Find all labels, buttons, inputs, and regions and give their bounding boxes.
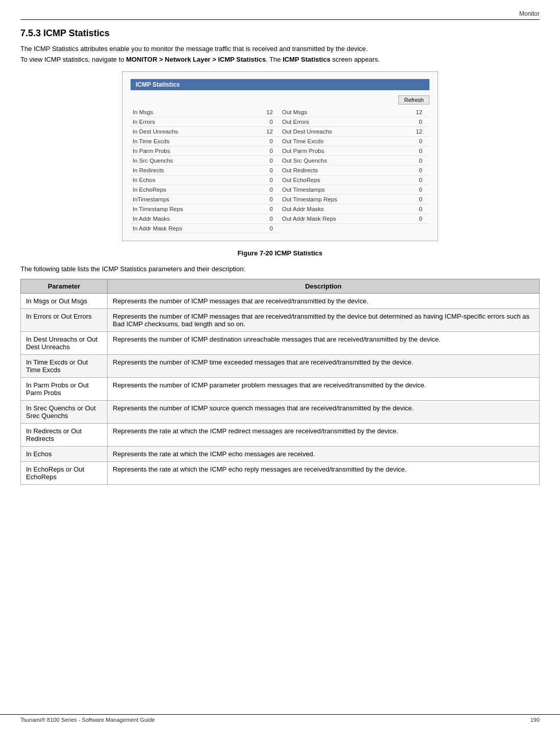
page-container: Monitor 7.5.3 ICMP Statistics The ICMP S… [0, 0, 560, 730]
param-cell: In Dest Unreachs or Out Dest Unreachs [21, 332, 108, 355]
page-footer: Tsunami® 8100 Series - Software Manageme… [0, 714, 560, 725]
refresh-button[interactable]: Refresh [398, 95, 429, 105]
stat-row-out-msgs: Out Msgs 12 [280, 108, 429, 117]
table-row: In Errors or Out ErrorsRepresents the nu… [21, 309, 540, 332]
table-row: In EchosRepresents the rate at which the… [21, 447, 540, 462]
stat-row-in-echos: In Echos 0 [131, 175, 280, 185]
stat-row-in-errors: In Errors 0 [131, 117, 280, 127]
stat-row-in-addr-masks: In Addr Masks 0 [131, 214, 280, 224]
following-text: The following table lists the ICMP Stati… [20, 265, 540, 273]
parameters-table: Parameter Description In Msgs or Out Msg… [20, 279, 540, 485]
stats-grid: In Msgs 12 In Errors 0 In Dest Unreachs … [131, 108, 429, 233]
table-row: In Srec Quenchs or Out Srec QuenchsRepre… [21, 401, 540, 424]
desc-cell: Represents the number of ICMP parameter … [108, 378, 540, 401]
param-cell: In Srec Quenchs or Out Srec Quenchs [21, 401, 108, 424]
left-stats-column: In Msgs 12 In Errors 0 In Dest Unreachs … [131, 108, 280, 233]
stat-row-in-dest-unreachs: In Dest Unreachs 12 [131, 127, 280, 137]
desc-cell: Represents the number of ICMP source que… [108, 401, 540, 424]
desc-cell: Represents the rate at which the ICMP ec… [108, 447, 540, 462]
param-cell: In Echos [21, 447, 108, 462]
param-cell: In Time Excds or Out Time Excds [21, 355, 108, 378]
table-row: In Redirects or Out RedirectsRepresents … [21, 424, 540, 447]
stat-row-out-errors: Out Errors 0 [280, 117, 429, 127]
stat-row-out-timestamps: Out Timestamps 0 [280, 185, 429, 195]
desc-cell: Represents the rate at which the ICMP ec… [108, 462, 540, 485]
stat-row-in-timestamps: InTimestamps 0 [131, 195, 280, 204]
stat-row-in-src-quenchs: In Src Quenchs 0 [131, 156, 280, 166]
stat-row-in-echoreps: In EchoReps 0 [131, 185, 280, 195]
page-header: Monitor [20, 10, 540, 20]
desc-cell: Represents the number of ICMP messages t… [108, 309, 540, 332]
table-row: In Time Excds or Out Time ExcdsRepresent… [21, 355, 540, 378]
stat-row-out-addr-masks: Out Addr Masks 0 [280, 204, 429, 214]
stat-row-out-echoreps: Out EchoReps 0 [280, 175, 429, 185]
intro-paragraph-1: The ICMP Statistics attributes enable yo… [20, 45, 540, 53]
stat-row-out-time-excds: Out Time Excds 0 [280, 137, 429, 146]
screenshot-mockup: ICMP Statistics Refresh In Msgs 12 In Er… [122, 71, 438, 241]
header-title: Monitor [519, 10, 540, 17]
stat-row-in-msgs: In Msgs 12 [131, 108, 280, 117]
desc-cell: Represents the number of ICMP destinatio… [108, 332, 540, 355]
stat-row-out-dest-unreachs: Out Dest Unreachs 12 [280, 127, 429, 137]
section-heading: 7.5.3 ICMP Statistics [20, 28, 540, 39]
param-cell: In Errors or Out Errors [21, 309, 108, 332]
stat-row-in-redirects: In Redirects 0 [131, 166, 280, 175]
col-header-description: Description [108, 279, 540, 294]
stat-row-in-parm-probs: In Parm Probs 0 [131, 146, 280, 156]
table-row: In Dest Unreachs or Out Dest UnreachsRep… [21, 332, 540, 355]
desc-cell: Represents the number of ICMP messages t… [108, 294, 540, 309]
stat-row-out-timestamp-reps: Out Timestamp Reps 0 [280, 195, 429, 204]
footer-left: Tsunami® 8100 Series - Software Manageme… [20, 717, 155, 723]
param-cell: In EchoReps or Out EchoReps [21, 462, 108, 485]
right-stats-column: Out Msgs 12 Out Errors 0 Out Dest Unreac… [280, 108, 429, 233]
stat-row-in-addr-mask-reps: In Addr Mask Reps 0 [131, 224, 280, 233]
stat-row-out-addr-mask-reps: Out Addr Mask Reps 0 [280, 214, 429, 224]
stat-row-out-parm-probs: Out Parm Probs 0 [280, 146, 429, 156]
param-cell: In Msgs or Out Msgs [21, 294, 108, 309]
col-header-parameter: Parameter [21, 279, 108, 294]
param-cell: In Parm Probs or Out Parm Probs [21, 378, 108, 401]
figure-caption: Figure 7-20 ICMP Statistics [20, 249, 540, 257]
footer-right: 190 [530, 717, 540, 723]
screenshot-title-bar: ICMP Statistics [131, 79, 429, 90]
stat-row-in-time-excds: In Time Excds 0 [131, 137, 280, 146]
table-row: In EchoReps or Out EchoRepsRepresents th… [21, 462, 540, 485]
stat-row-in-timestamp-reps: In Timestamp Reps 0 [131, 204, 280, 214]
stat-row-out-src-quenchs: Out Src Quenchs 0 [280, 156, 429, 166]
desc-cell: Represents the rate at which the ICMP re… [108, 424, 540, 447]
table-row: In Parm Probs or Out Parm ProbsRepresent… [21, 378, 540, 401]
screen-name: ICMP Statistics [283, 56, 330, 63]
intro-paragraph-2: To view ICMP statistics, navigate to MON… [20, 56, 540, 63]
nav-path: MONITOR > Network Layer > ICMP Statistic… [126, 56, 266, 63]
refresh-row: Refresh [131, 95, 429, 105]
stat-row-out-redirects: Out Redirects 0 [280, 166, 429, 175]
desc-cell: Represents the number of ICMP time excee… [108, 355, 540, 378]
table-row: In Msgs or Out MsgsRepresents the number… [21, 294, 540, 309]
param-cell: In Redirects or Out Redirects [21, 424, 108, 447]
